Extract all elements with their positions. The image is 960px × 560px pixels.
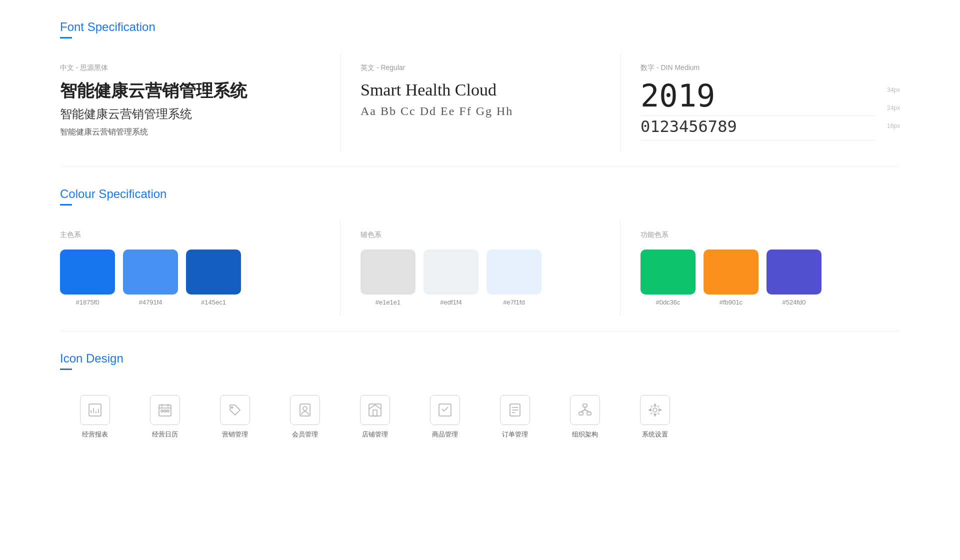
font-label-chinese: 中文 - 思源黑体 <box>60 64 340 72</box>
size-label-24: 24px <box>887 104 900 112</box>
icon-section-underline <box>60 368 72 370</box>
swatch-e1e1e1: #e1e1e1 <box>360 250 416 306</box>
store-icon-box <box>360 395 390 425</box>
font-grid: 中文 - 思源黑体 智能健康云营销管理系统 智能健康云营销管理系统 智能健康云营… <box>60 54 900 152</box>
swatch-524fd0: #524fd0 <box>766 250 822 306</box>
chart-icon <box>87 402 103 418</box>
primary-swatches: #1875f0 #4791f4 #145ec1 <box>60 250 340 306</box>
font-sample-english-lg: Smart Health Cloud <box>360 80 620 100</box>
icon-item-marketing: 营销管理 <box>200 385 270 449</box>
swatch-label-fb901c: #fb901c <box>720 298 742 306</box>
icon-label-member: 会员管理 <box>292 430 318 439</box>
font-col-numbers: 数字 - DIN Medium 2019 0123456789 34px 24p… <box>620 54 900 152</box>
order-icon-box <box>500 395 530 425</box>
icon-item-order: 订单管理 <box>480 385 550 449</box>
svg-point-28 <box>653 408 657 412</box>
icon-label-goods: 商品管理 <box>432 430 458 439</box>
goods-icon-box <box>430 395 460 425</box>
swatch-label-1875f0: #1875f0 <box>76 298 100 306</box>
swatch-e7f1fd: #e7f1fd <box>486 250 542 306</box>
icon-label-order: 订单管理 <box>502 430 528 439</box>
icon-item-member: 会员管理 <box>270 385 340 449</box>
colour-cat-functional: 功能色系 <box>640 230 900 240</box>
thin-line-1 <box>640 116 875 116</box>
swatch-label-edf1f4: #edf1f4 <box>440 298 462 306</box>
settings-icon <box>647 402 663 418</box>
settings-icon-box <box>640 395 670 425</box>
font-label-english: 英文 - Regular <box>360 64 620 72</box>
icon-label-store: 店铺管理 <box>362 430 388 439</box>
svg-rect-22 <box>583 404 587 407</box>
num-size-wrap: 2019 0123456789 34px 24px 16px <box>640 80 900 142</box>
swatch-label-e7f1fd: #e7f1fd <box>503 298 524 306</box>
swatch-box-fb901c <box>704 250 758 294</box>
calendar-icon <box>157 402 173 418</box>
svg-line-26 <box>581 410 585 412</box>
swatch-box-145ec1 <box>186 250 241 294</box>
font-sample-english-md: Aa Bb Cc Dd Ee Ff Gg Hh <box>360 104 620 118</box>
size-label-34: 34px <box>887 86 900 94</box>
colour-col-functional: 功能色系 #0dc36c #fb901c #524fd0 <box>620 220 900 316</box>
swatch-label-0dc36c: #0dc36c <box>656 298 680 306</box>
colour-section-title: Colour Specification <box>60 187 900 201</box>
swatch-box-1875f0 <box>60 250 115 294</box>
swatch-145ec1: #145ec1 <box>186 250 241 306</box>
org-icon-box <box>570 395 600 425</box>
swatch-box-edf1f4 <box>424 250 478 294</box>
icon-grid: 经营报表 经营日历 <box>60 385 900 449</box>
svg-rect-9 <box>161 410 163 412</box>
font-col-english: 英文 - Regular Smart Health Cloud Aa Bb Cc… <box>340 54 620 152</box>
svg-point-14 <box>303 406 307 410</box>
swatch-box-524fd0 <box>766 250 822 294</box>
svg-line-27 <box>585 410 589 412</box>
colour-cat-primary: 主色系 <box>60 230 340 240</box>
icon-item-goods: 商品管理 <box>410 385 480 449</box>
calendar-icon-box <box>150 395 180 425</box>
swatch-label-145ec1: #145ec1 <box>201 298 226 306</box>
svg-rect-16 <box>373 410 377 416</box>
colour-grid: 主色系 #1875f0 #4791f4 #145ec1 <box>60 220 900 316</box>
chart-icon-box <box>80 395 110 425</box>
icon-design-section: Icon Design 经营报表 <box>60 332 900 464</box>
size-label-16: 16px <box>887 122 900 130</box>
swatch-label-524fd0: #524fd0 <box>782 298 806 306</box>
swatch-0dc36c: #0dc36c <box>640 250 696 306</box>
icon-label-settings: 系统设置 <box>642 430 668 439</box>
org-icon <box>577 402 593 418</box>
font-specification-section: Font Specification 中文 - 思源黑体 智能健康云营销管理系统… <box>60 0 900 167</box>
swatch-edf1f4: #edf1f4 <box>424 250 478 306</box>
thin-line-2 <box>640 140 875 140</box>
svg-point-12 <box>232 407 233 408</box>
store-icon <box>367 402 383 418</box>
colour-specification-section: Colour Specification 主色系 #1875f0 #4791f4 <box>60 167 900 332</box>
icon-item-calendar: 经营日历 <box>130 385 200 449</box>
font-section-title: Font Specification <box>60 20 900 34</box>
svg-rect-23 <box>579 412 583 415</box>
icon-item-settings: 系统设置 <box>620 385 690 449</box>
secondary-swatches: #e1e1e1 #edf1f4 #e7f1fd <box>360 250 620 306</box>
font-num-lg: 2019 <box>640 80 875 112</box>
font-sample-chinese-md: 智能健康云营销管理系统 <box>60 106 340 122</box>
colour-col-primary: 主色系 #1875f0 #4791f4 #145ec1 <box>60 220 340 316</box>
tag-icon <box>227 402 243 418</box>
swatch-box-4791f4 <box>123 250 178 294</box>
swatch-4791f4: #4791f4 <box>123 250 178 306</box>
icon-label-calendar: 经营日历 <box>152 430 178 439</box>
order-icon <box>507 402 523 418</box>
svg-rect-24 <box>587 412 591 415</box>
colour-col-secondary: 辅色系 #e1e1e1 #edf1f4 #e7f1fd <box>340 220 620 316</box>
icon-section-title: Icon Design <box>60 352 900 366</box>
swatch-label-4791f4: #4791f4 <box>139 298 162 306</box>
icon-label-org: 组织架构 <box>572 430 598 439</box>
icon-label-marketing: 营销管理 <box>222 430 248 439</box>
swatch-box-e7f1fd <box>486 250 542 294</box>
swatch-box-e1e1e1 <box>360 250 416 294</box>
icon-item-store: 店铺管理 <box>340 385 410 449</box>
colour-cat-secondary: 辅色系 <box>360 230 620 240</box>
icon-item-org: 组织架构 <box>550 385 620 449</box>
font-sample-chinese-sm: 智能健康云营销管理系统 <box>60 127 340 138</box>
num-sizes: 34px 24px 16px <box>875 80 900 130</box>
swatch-1875f0: #1875f0 <box>60 250 115 306</box>
font-section-underline <box>60 37 72 38</box>
svg-rect-11 <box>167 410 169 412</box>
